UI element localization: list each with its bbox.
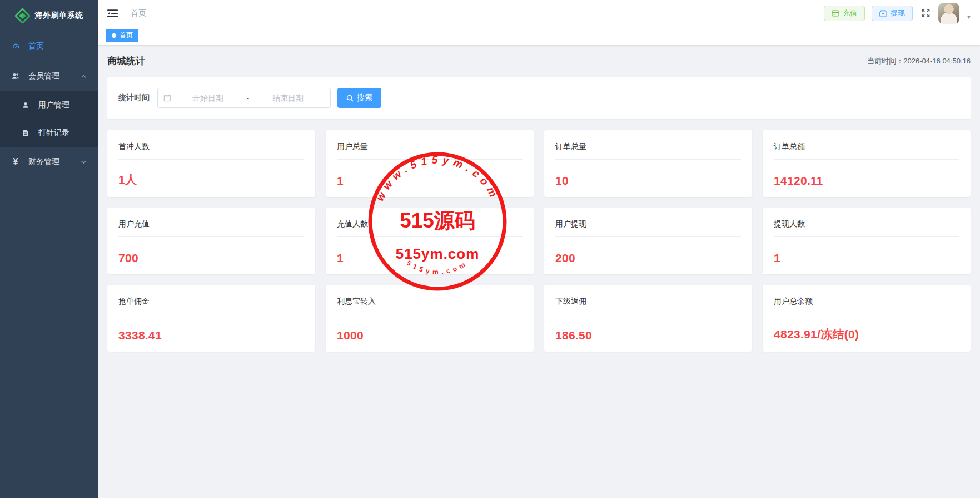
stat-card: 用户总量 1 — [326, 130, 534, 197]
app-layout: 海外刷单系统 首页 会员管理 — [0, 0, 980, 498]
sidebar-item-injection-records[interactable]: 打针记录 — [0, 119, 98, 147]
stat-card-label: 订单总额 — [774, 142, 959, 160]
search-button-label: 搜索 — [357, 93, 372, 103]
stat-card-value: 1 — [337, 252, 523, 265]
stat-card-value: 200 — [555, 252, 741, 265]
app-title: 海外刷单系统 — [35, 11, 83, 21]
search-label: 统计时间 — [118, 93, 150, 103]
stat-card-value: 1人 — [118, 172, 304, 188]
start-date-input[interactable] — [171, 93, 245, 102]
sidebar-item-home[interactable]: 首页 — [0, 31, 98, 61]
stat-card-label: 充值人数 — [337, 219, 523, 237]
calendar-icon — [163, 94, 171, 102]
navbar-actions: 充值 提现 ▼ — [824, 3, 972, 24]
sidebar-collapse-icon[interactable] — [106, 7, 118, 19]
stat-card-label: 用户总量 — [337, 142, 523, 160]
stat-card-value: 14120.11 — [774, 174, 959, 188]
stat-card: 抢单佣金 3338.41 — [107, 285, 315, 352]
main-area: 首页 充值 提现 — [98, 0, 980, 498]
stat-card-value: 1000 — [337, 329, 523, 342]
stat-card-label: 首冲人数 — [118, 142, 304, 160]
date-range-picker[interactable]: - — [157, 88, 331, 108]
stat-card-label: 抢单佣金 — [118, 297, 304, 314]
sidebar-submenu-members: 用户管理 打针记录 — [0, 91, 98, 147]
stat-card-label: 用户提现 — [555, 219, 741, 237]
sidebar-item-label: 首页 — [28, 41, 44, 51]
dashboard-icon — [11, 42, 20, 51]
stat-card: 充值人数 1 — [326, 208, 534, 274]
stat-card: 首冲人数 1人 — [107, 130, 315, 197]
stat-card-label: 用户总余额 — [774, 297, 959, 314]
stat-card-value: 3338.41 — [118, 329, 304, 342]
stat-card-value: 186.50 — [555, 329, 741, 342]
current-time: 当前时间：2026-04-16 04:50:16 — [867, 56, 971, 66]
stat-card-value: 1 — [774, 252, 959, 265]
stat-card: 用户总余额 4823.91/冻结(0) — [763, 285, 971, 352]
stat-card: 利息宝转入 1000 — [326, 285, 534, 352]
stat-card-label: 提现人数 — [774, 219, 959, 237]
stat-card: 下级返佣 186.50 — [544, 285, 752, 352]
withdraw-button[interactable]: 提现 — [872, 6, 913, 21]
top-navbar: 首页 充值 提现 — [98, 0, 980, 26]
recharge-button[interactable]: 充值 — [824, 6, 865, 21]
fullscreen-icon[interactable] — [919, 7, 932, 19]
sidebar-item-label: 会员管理 — [28, 71, 59, 81]
date-range-separator: - — [245, 94, 251, 102]
search-icon — [346, 95, 354, 102]
sidebar-item-members[interactable]: 会员管理 — [0, 61, 98, 91]
stat-card-label: 用户充值 — [118, 219, 304, 237]
chevron-up-icon — [81, 73, 87, 80]
brand-diamond-icon — [15, 8, 30, 23]
stats-grid: 首冲人数 1人 用户总量 1 订单总量 10 订单总额 14120.11 — [107, 130, 971, 352]
tabs-bar: 首页 — [98, 26, 980, 45]
current-time-label: 当前时间： — [867, 57, 903, 65]
stat-card-label: 利息宝转入 — [337, 297, 523, 314]
stat-card-value: 700 — [118, 252, 304, 265]
recharge-card-icon — [832, 10, 839, 17]
sidebar-item-finance[interactable]: ¥ 财务管理 — [0, 147, 98, 177]
users-icon — [11, 72, 20, 81]
withdraw-label: 提现 — [891, 8, 905, 18]
sidebar-item-label: 财务管理 — [28, 157, 59, 167]
page-title: 商城统计 — [107, 55, 145, 67]
breadcrumb[interactable]: 首页 — [131, 8, 146, 18]
stat-card: 用户提现 200 — [544, 208, 752, 274]
withdraw-folder-icon — [879, 10, 887, 17]
yen-icon: ¥ — [11, 157, 20, 166]
stat-card-value: 10 — [555, 174, 741, 188]
chevron-down-icon — [81, 159, 87, 165]
sidebar-item-label: 用户管理 — [38, 100, 69, 110]
search-panel: 统计时间 - — [107, 77, 971, 119]
page-header: 商城统计 当前时间：2026-04-16 04:50:16 — [107, 55, 971, 67]
stat-card: 订单总额 14120.11 — [763, 130, 971, 197]
end-date-input[interactable] — [251, 93, 325, 102]
stat-card: 提现人数 1 — [763, 208, 971, 274]
stat-card-value: 4823.91/冻结(0) — [774, 327, 959, 342]
search-button[interactable]: 搜索 — [337, 88, 381, 108]
sidebar-item-user-management[interactable]: 用户管理 — [0, 91, 98, 119]
stat-card-value: 1 — [337, 174, 523, 188]
logo[interactable]: 海外刷单系统 — [0, 0, 98, 31]
tab-home[interactable]: 首页 — [106, 29, 138, 42]
current-time-value: 2026-04-16 04:50:16 — [903, 57, 971, 65]
stat-card-label: 订单总量 — [555, 142, 741, 160]
tab-label: 首页 — [120, 31, 133, 40]
user-icon — [21, 101, 30, 110]
stat-card-label: 下级返佣 — [555, 297, 741, 314]
user-avatar[interactable] — [938, 3, 959, 24]
sidebar: 海外刷单系统 首页 会员管理 — [0, 0, 98, 498]
caret-down-icon[interactable]: ▼ — [966, 14, 972, 20]
tab-active-dot — [112, 33, 116, 38]
stat-card: 用户充值 700 — [107, 208, 315, 274]
recharge-label: 充值 — [843, 8, 857, 18]
file-icon — [21, 129, 30, 137]
stat-card: 订单总量 10 — [544, 130, 752, 197]
sidebar-item-label: 打针记录 — [38, 128, 69, 138]
page-content: 商城统计 当前时间：2026-04-16 04:50:16 统计时间 - — [98, 45, 980, 498]
